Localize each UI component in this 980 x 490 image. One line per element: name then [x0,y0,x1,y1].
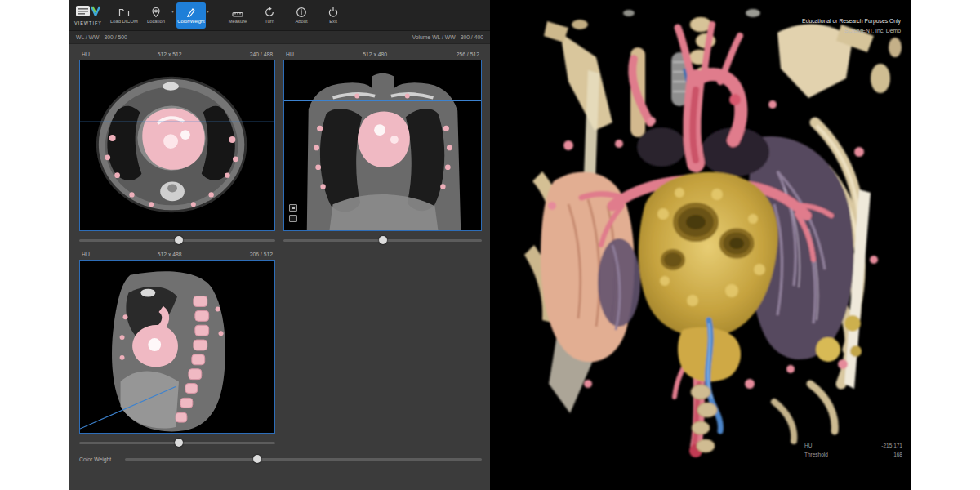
axial-slice-slider[interactable] [79,235,275,245]
sagittal-slice-slider[interactable] [79,438,275,448]
brush-icon [185,7,197,18]
axial-ct-svg [80,60,274,230]
statusbar: WL / WW 300 / 500 Volume WL / WW 300 / 4… [69,31,490,44]
measure-button[interactable]: Measure [223,2,252,29]
color-weight-thumb[interactable] [253,455,261,463]
ruler-icon [232,7,243,18]
power-icon [327,7,339,18]
sagittal-hu-label: HU [82,252,90,257]
threshold-label: Threshold [804,451,828,459]
sagittal-size: 512 x 488 [158,252,182,257]
axial-size: 512 x 512 [158,51,182,57]
toolbar: VIEWTIFY Load DICOM [69,0,490,31]
rotate-arrow-icon [264,7,275,18]
sagittal-ct-image[interactable] [79,260,275,434]
axial-header: HU 512 x 512 240 / 488 [79,49,275,60]
folder-icon [118,7,130,18]
load-dicom-button[interactable]: Load DICOM [109,2,139,29]
viewport-axial[interactable]: HU 512 x 512 240 / 488 [79,49,275,231]
sagittal-slice-index: 206 / 512 [250,252,273,257]
coronal-hu-label: HU [286,51,294,57]
coronal-slice-index: 256 / 512 [457,51,479,57]
sagittal-header: HU 512 x 488 206 / 512 [79,249,275,260]
color-weight-slider[interactable] [125,454,482,464]
viewtify-app-window: VIEWTIFY Load DICOM [69,0,911,490]
demo-notice: Educational or Research Purposes Only SC… [802,16,901,35]
about-button[interactable]: About [287,2,316,29]
viewport-coronal[interactable]: HU 512 x 480 256 / 512 [283,49,482,231]
volume-3d-render[interactable] [490,0,911,490]
app-logo: VIEWTIFY [74,5,102,25]
viewtify-logo-icon [76,5,100,20]
coronal-slider-thumb[interactable] [379,236,387,244]
coronal-slice-slider[interactable] [283,235,482,245]
threshold-value: 168 [893,451,902,459]
axial-slider-thumb[interactable] [175,236,183,244]
volume-wl-ww-label: Volume WL / WW [412,34,456,40]
notice-line1: Educational or Research Purposes Only [802,16,901,26]
volume-wl-ww-value: 300 / 400 [461,34,483,40]
render-info: HU -215 171 Threshold 168 [804,442,902,459]
color-weight-button[interactable]: Color/Weight [176,2,206,29]
color-weight-track[interactable] [125,458,482,461]
location-pin-icon [150,7,162,18]
wl-ww-value: 300 / 500 [104,34,127,40]
wl-ww-label: WL / WW [76,34,99,40]
coronal-header: HU 512 x 480 256 / 512 [283,49,482,60]
info-icon [296,7,307,18]
sagittal-slider-thumb[interactable] [175,439,183,447]
axial-ct-image[interactable] [79,60,275,231]
screenshot-stage: VIEWTIFY Load DICOM [0,0,980,490]
turn-button[interactable]: Turn [255,2,284,29]
coronal-ct-svg [284,60,481,230]
volume-render-panel[interactable]: Educational or Research Purposes Only SC… [490,0,911,490]
location-dropdown-caret[interactable]: ▾ [172,8,174,14]
render-hu-value: -215 171 [881,442,902,450]
viewport-sagittal[interactable]: HU 512 x 488 206 / 512 [79,249,275,434]
coronal-size: 512 x 480 [363,51,387,57]
notice-line2: SCIEMENT, Inc. Demo [802,26,901,36]
color-weight-dropdown-caret[interactable]: ▾ [207,8,209,14]
axial-slice-index: 240 / 488 [250,51,273,57]
capture-icon[interactable] [289,204,297,212]
location-button[interactable]: Location [141,2,171,29]
preset-icon[interactable] [289,215,297,222]
coronal-ct-image[interactable] [283,60,482,231]
exit-button[interactable]: Exit [318,2,348,29]
color-weight-label: Color Weight [79,457,111,462]
coronal-overlay-icons [289,204,297,222]
brand-name: VIEWTIFY [74,20,102,25]
slice-panel: VIEWTIFY Load DICOM [69,0,490,490]
toolbar-divider [216,7,216,24]
render-hu-label: HU [804,442,812,450]
sagittal-ct-svg [80,261,274,433]
axial-hu-label: HU [82,51,90,57]
